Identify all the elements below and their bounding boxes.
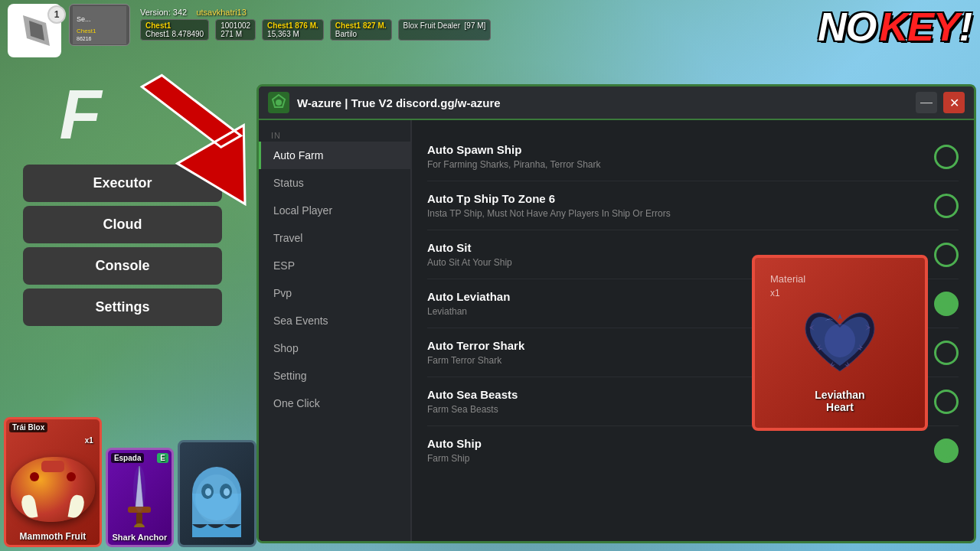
svg-text:Chest1: Chest1 [77,28,96,34]
svg-point-19 [195,474,238,523]
version-label: Version: 342 [140,8,187,17]
bottom-inventory: Trái Blox x1 Mammoth Fruit Espada E [0,413,260,551]
console-button[interactable]: Console [23,247,222,285]
close-button[interactable]: ✕ [943,92,965,113]
feature-info-1: Auto Tp Ship To Zone 6Insta TP Ship, Mus… [427,192,925,219]
toggle-btn-4[interactable] [934,341,959,365]
toggle-btn-6[interactable] [934,439,959,463]
feature-name-0: Auto Spawn Ship [427,143,925,156]
svg-point-11 [134,523,145,527]
key-text: KEY [880,4,959,50]
toggle-btn-2[interactable] [934,243,959,267]
settings-button[interactable]: Settings [23,289,222,326]
fruit-count: x1 [85,436,93,445]
inventory-slot-ghost [178,440,256,547]
popup-x1: x1 [763,288,780,298]
excl-text: ! [959,4,972,50]
feature-row-0: Auto Spawn ShipFor Farming Sharks, Piran… [427,132,959,181]
svg-text:86216: 86216 [77,36,92,41]
feature-name-2: Auto Sit [427,241,925,254]
inventory-slot-fruit: Trái Blox x1 Mammoth Fruit [4,417,102,547]
feature-row-1: Auto Tp Ship To Zone 6Insta TP Ship, Mus… [427,181,959,230]
chest-item-3: Chest1 876 M. 15,363 M [262,19,324,41]
window-controls: — ✕ [916,92,965,113]
feature-name-6: Auto Ship [427,437,925,450]
svg-point-35 [825,324,855,357]
minimize-button[interactable]: — [916,92,937,113]
popup-name: LeviathanHeart [815,389,864,413]
nav-item-shop[interactable]: Shop [259,334,410,362]
fruit-badge: Trái Blox [9,422,47,432]
chest-item-2: 1001002 271 M [215,19,256,41]
cheat-title: W-azure | True V2 discord.gg/w-azure [297,96,916,109]
feature-desc-6: Farm Ship [427,453,925,464]
feature-desc-1: Insta TP Ship, Must Not Have Any Players… [427,208,925,219]
nav-item-esp[interactable]: ESP [259,252,410,279]
chest-item-1: Chest1 Chest1 8.478490 [140,19,209,41]
svg-point-12 [133,466,145,512]
toggle-btn-0[interactable] [934,145,959,169]
leviathan-popup: Material x1 [752,255,928,431]
chest-item-5: Blox Fruit Dealer [97 M] [398,19,492,41]
cheat-titlebar: W-azure | True V2 discord.gg/w-azure — ✕ [259,86,974,120]
svg-text:Se...: Se... [77,15,91,23]
feature-row-6: Auto ShipFarm Ship [427,426,959,474]
popup-badge: Material [763,273,805,285]
feature-name-1: Auto Tp Ship To Zone 6 [427,192,925,205]
toggle-btn-1[interactable] [934,194,959,218]
inventory-slot-sword: Espada E Shark Anchor [106,448,174,547]
feature-info-6: Auto ShipFarm Ship [427,437,925,464]
feature-desc-0: For Farming Sharks, Piranha, Terror Shar… [427,159,925,170]
fruit-name: Mammoth Fruit [20,531,87,542]
nav-item-setting[interactable]: Setting [259,362,410,390]
nav-item-seaevents[interactable]: Sea Events [259,307,410,334]
no-key-banner: NO KEY ! [818,4,972,50]
f-logo: F [23,69,138,161]
nav-item-oneclick[interactable]: One Click [259,390,410,417]
sword-name: Shark Anchor [113,533,168,542]
cheat-window: W-azure | True V2 discord.gg/w-azure — ✕… [256,84,976,543]
feature-info-0: Auto Spawn ShipFor Farming Sharks, Piran… [427,143,925,170]
chest-item-4: Chest1 827 M. Bartilo [330,19,392,41]
hud-notification-badge: 1 [47,5,66,24]
red-arrow [130,61,283,230]
nav-item-pvp[interactable]: Pvp [259,279,410,307]
leviathan-heart-icon [794,306,886,383]
toggle-btn-5[interactable] [934,390,959,414]
svg-marker-21 [178,126,279,223]
toggle-btn-3[interactable] [934,292,959,316]
no-text: NO [818,4,876,50]
player1-label: utsavkhatri13 [196,8,246,17]
